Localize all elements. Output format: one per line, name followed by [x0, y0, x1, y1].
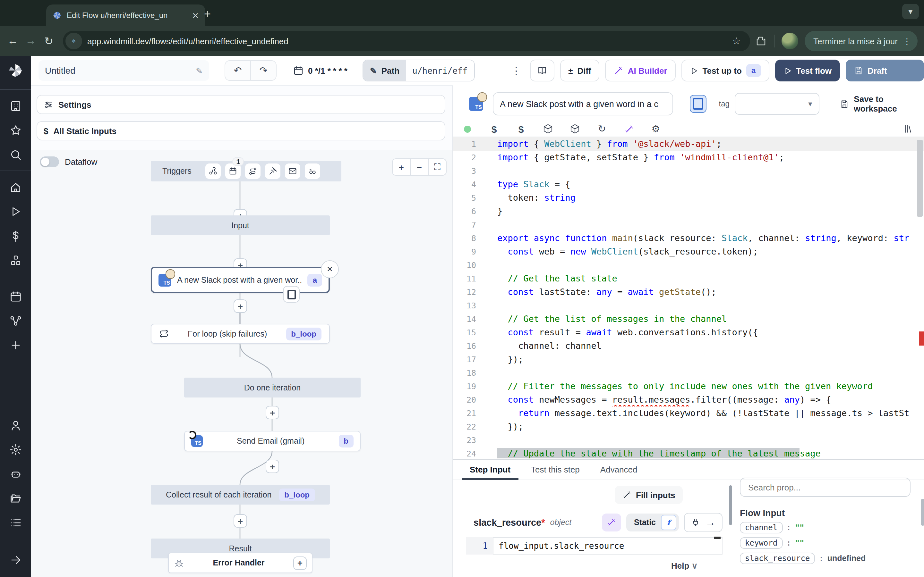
- sidebar-item-schedules[interactable]: [0, 284, 31, 308]
- add-step-button[interactable]: +: [234, 514, 247, 528]
- reload-icon[interactable]: ↻: [596, 123, 608, 135]
- step-node-a-selected[interactable]: A new Slack post with a given wor... a: [151, 267, 330, 293]
- more-options-kebab-icon[interactable]: ⋮: [509, 64, 524, 77]
- flow-input-item-slack-resource[interactable]: slack_resource : undefined: [740, 553, 924, 564]
- sidebar-collapse-arrow-icon[interactable]: [0, 548, 31, 572]
- undo-button[interactable]: ↶: [225, 61, 251, 80]
- cache-checkbox[interactable]: [690, 95, 707, 113]
- new-tab-button[interactable]: +: [204, 8, 211, 20]
- function-mode-button[interactable]: f: [661, 515, 676, 530]
- flow-input-item-channel[interactable]: channel : "": [740, 522, 924, 533]
- code-line-16[interactable]: 16 channel: channel: [453, 339, 924, 353]
- tab-advanced[interactable]: Advanced: [593, 460, 645, 480]
- collect-result-node[interactable]: Collect result of each iteration b_loop: [151, 485, 330, 504]
- browser-tab[interactable]: Edit Flow u/henri/effective_un ✕: [46, 5, 205, 26]
- code-line-14[interactable]: 14 // Get the list of messages in the ch…: [453, 312, 924, 326]
- code-line-2[interactable]: 2import { getState, setState } from 'win…: [453, 151, 924, 164]
- webhook-trigger-icon[interactable]: [206, 163, 221, 179]
- code-line-15[interactable]: 15 const result = await web.conversation…: [453, 326, 924, 339]
- code-line-5[interactable]: 5 token: string: [453, 191, 924, 205]
- code-line-6[interactable]: 6}: [453, 205, 924, 218]
- sidebar-item-search[interactable]: [0, 142, 31, 167]
- prop-expression-editor[interactable]: 1 flow_input.slack_resource: [466, 537, 722, 554]
- code-line-19[interactable]: 19 // Filter the messages to only includ…: [453, 380, 924, 393]
- test-up-to-button[interactable]: Test up to a: [682, 60, 769, 81]
- connect-input-button[interactable]: →: [684, 513, 722, 532]
- forloop-node[interactable]: For loop (skip failures) b_loop: [151, 324, 330, 343]
- draft-button[interactable]: Draft: [846, 60, 924, 81]
- library-icon[interactable]: [902, 124, 915, 134]
- delete-step-button[interactable]: ✕: [321, 260, 339, 278]
- sidebar-item-variables[interactable]: [0, 224, 31, 248]
- tab-test-this-step[interactable]: Test this step: [523, 460, 588, 480]
- flow-input-scrollbar-thumb[interactable]: [921, 499, 924, 526]
- code-line-17[interactable]: 17 });: [453, 353, 924, 366]
- path-chip[interactable]: ✎ Path u/henri/eff: [363, 60, 475, 81]
- sidebar-item-logs[interactable]: [0, 510, 31, 535]
- redo-button[interactable]: ↷: [251, 61, 276, 80]
- code-line-4[interactable]: 4type Slack = {: [453, 177, 924, 191]
- code-line-1[interactable]: 1import { WebClient } from '@slack/web-a…: [453, 137, 924, 151]
- add-error-handler-button[interactable]: +: [293, 556, 307, 570]
- poll-trigger-icon[interactable]: [305, 163, 320, 179]
- do-one-iteration-node[interactable]: Do one iteration: [184, 378, 360, 398]
- browser-update-button[interactable]: Terminer la mise à jour ⋮: [804, 31, 918, 51]
- input-node[interactable]: Input: [151, 215, 330, 235]
- sidebar-item-resources[interactable]: [0, 248, 31, 272]
- code-line-9[interactable]: 9 const web = new WebClient(slack_resour…: [453, 245, 924, 258]
- sidebar-item-users[interactable]: [0, 413, 31, 437]
- static-inputs-section[interactable]: $ All Static Inputs: [37, 121, 445, 140]
- ai-wand-icon[interactable]: [622, 124, 635, 134]
- schedule-trigger-icon[interactable]: 1: [226, 163, 241, 179]
- step-summary-input[interactable]: A new Slack post with a given word in a …: [493, 92, 673, 115]
- site-info-icon[interactable]: ⌖: [65, 33, 82, 49]
- extensions-icon[interactable]: [755, 35, 766, 47]
- code-line-18[interactable]: 18: [453, 366, 924, 380]
- sidebar-item-folders[interactable]: [0, 486, 31, 510]
- code-line-12[interactable]: 12 const lastState: any = await getState…: [453, 285, 924, 299]
- route-trigger-icon[interactable]: [246, 163, 261, 179]
- send-email-node[interactable]: Send Email (gmail) b: [184, 431, 360, 451]
- reload-icon[interactable]: ↻: [40, 32, 58, 50]
- sidebar-item-favorites[interactable]: [0, 118, 31, 142]
- code-line-3[interactable]: 3: [453, 164, 924, 177]
- test-flow-button[interactable]: Test flow: [775, 60, 840, 81]
- profile-avatar[interactable]: [781, 33, 798, 49]
- ai-builder-button[interactable]: AI Builder: [606, 60, 676, 81]
- bookmark-star-icon[interactable]: ☆: [727, 35, 746, 47]
- triggers-node[interactable]: Triggers 1: [151, 161, 341, 181]
- edit-pencil-icon[interactable]: ✎: [196, 66, 203, 75]
- email-trigger-icon[interactable]: [285, 163, 300, 179]
- sidebar-item-settings[interactable]: [0, 437, 31, 462]
- static-toggle[interactable]: Static f: [626, 514, 679, 532]
- tab-step-input[interactable]: Step Input: [462, 460, 518, 480]
- diff-button[interactable]: ± Diff: [560, 60, 599, 81]
- tab-search-chevron-icon[interactable]: ▼: [902, 4, 919, 19]
- prop-key[interactable]: channel: [740, 522, 782, 533]
- code-line-13[interactable]: 13: [453, 299, 924, 312]
- code-editor[interactable]: 1import { WebClient } from '@slack/web-a…: [453, 137, 924, 460]
- tab-close-icon[interactable]: ✕: [192, 11, 199, 20]
- save-to-workspace-button[interactable]: Save to workspace: [840, 94, 924, 113]
- sidebar-item-runs[interactable]: [0, 199, 31, 224]
- browser-menu-kebab-icon[interactable]: ⋮: [903, 36, 911, 46]
- variables-icon[interactable]: $: [515, 123, 527, 134]
- stop-after-step-button[interactable]: [283, 286, 300, 303]
- panel-scrollbar-thumb[interactable]: [729, 485, 732, 525]
- code-line-8[interactable]: 8export async function main(slack_resour…: [453, 231, 924, 245]
- ai-fill-button[interactable]: [602, 514, 621, 532]
- code-line-20[interactable]: 20 const newMessages = result.messages.f…: [453, 393, 924, 406]
- add-step-button[interactable]: +: [234, 300, 247, 313]
- add-step-button[interactable]: +: [266, 460, 279, 473]
- sidebar-item-workers[interactable]: [0, 462, 31, 486]
- code-line-21[interactable]: 21 return message.text.includes(keyword)…: [453, 406, 924, 420]
- code-line-24[interactable]: 24 // Update the state with the timestam…: [453, 447, 924, 460]
- assets-icon[interactable]: $: [488, 123, 501, 134]
- code-line-11[interactable]: 11 // Get the last state: [453, 272, 924, 285]
- prop-key[interactable]: slack_resource: [740, 553, 815, 564]
- forward-icon[interactable]: →: [22, 32, 40, 50]
- back-icon[interactable]: ←: [4, 32, 22, 50]
- websocket-trigger-icon[interactable]: [265, 163, 281, 179]
- error-handler-node[interactable]: Error Handler +: [168, 553, 312, 573]
- code-line-7[interactable]: 7: [453, 218, 924, 231]
